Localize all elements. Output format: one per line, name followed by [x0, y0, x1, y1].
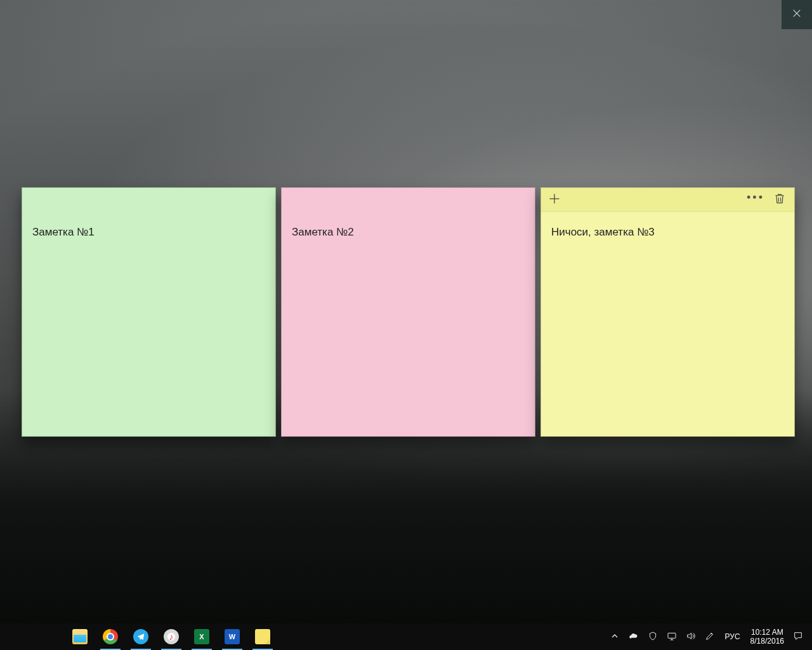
tray-volume[interactable]: [682, 623, 701, 650]
language-indicator[interactable]: РУС: [720, 632, 745, 641]
sticky-note-2-header[interactable]: [282, 188, 535, 212]
ellipsis-icon: •••: [747, 191, 764, 208]
sticky-note-3-text: Ничоси, заметка №3: [551, 226, 655, 238]
action-center-button[interactable]: [789, 623, 808, 650]
sticky-note-3-header[interactable]: •••: [541, 188, 794, 212]
start-button[interactable]: [4, 623, 34, 650]
sticky-note-1-text: Заметка №1: [32, 226, 95, 238]
pen-icon: [705, 631, 716, 642]
sticky-note-2[interactable]: Заметка №2: [281, 187, 535, 437]
tray-ink[interactable]: [701, 623, 720, 650]
tray-defender[interactable]: [644, 623, 663, 650]
chrome-icon: [103, 629, 118, 644]
notification-icon: [793, 631, 804, 642]
cloud-icon: [629, 631, 640, 642]
note-menu-button[interactable]: •••: [746, 190, 765, 209]
overlay-close-button[interactable]: [782, 0, 812, 29]
speaker-icon: [686, 631, 697, 642]
sticky-note-1-header[interactable]: [22, 188, 275, 212]
tray-onedrive[interactable]: [625, 623, 644, 650]
taskbar-clock[interactable]: 10:12 AM 8/18/2016: [745, 628, 789, 646]
clock-date: 8/18/2016: [750, 637, 784, 646]
new-note-button[interactable]: [545, 190, 564, 209]
taskbar: X W РУС 10:12: [0, 623, 812, 650]
taskbar-telegram[interactable]: [126, 623, 156, 650]
plus-icon: [548, 192, 561, 208]
task-view-button[interactable]: [34, 623, 65, 650]
excel-icon: X: [194, 629, 209, 644]
telegram-icon: [133, 629, 148, 644]
sticky-note-2-body[interactable]: Заметка №2: [282, 212, 535, 436]
tray-network[interactable]: [663, 623, 682, 650]
shield-icon: [648, 631, 659, 642]
monitor-icon: [667, 631, 678, 642]
sticky-note-2-text: Заметка №2: [292, 226, 354, 238]
sticky-note-3-body[interactable]: Ничоси, заметка №3: [541, 212, 794, 436]
taskbar-sticky-notes[interactable]: [247, 623, 278, 650]
sticky-note-1[interactable]: Заметка №1: [22, 187, 276, 437]
taskbar-chrome[interactable]: [95, 623, 126, 650]
taskbar-itunes[interactable]: [156, 623, 187, 650]
sticky-note-3[interactable]: ••• Ничоси, заметка №3: [540, 187, 795, 437]
close-icon: [792, 9, 801, 20]
word-icon: W: [225, 629, 240, 644]
taskbar-excel[interactable]: X: [187, 623, 217, 650]
sticky-notes-icon: [255, 629, 270, 644]
chevron-up-icon: [610, 631, 621, 642]
taskbar-file-explorer[interactable]: [65, 623, 95, 650]
folder-icon: [72, 629, 88, 644]
itunes-icon: [164, 629, 179, 644]
delete-note-button[interactable]: [770, 190, 789, 209]
clock-time: 10:12 AM: [750, 628, 784, 637]
svg-rect-2: [668, 633, 676, 638]
tray-overflow-button[interactable]: [606, 623, 625, 650]
sticky-note-1-body[interactable]: Заметка №1: [22, 212, 275, 436]
trash-icon: [773, 192, 786, 208]
taskbar-word[interactable]: W: [217, 623, 247, 650]
